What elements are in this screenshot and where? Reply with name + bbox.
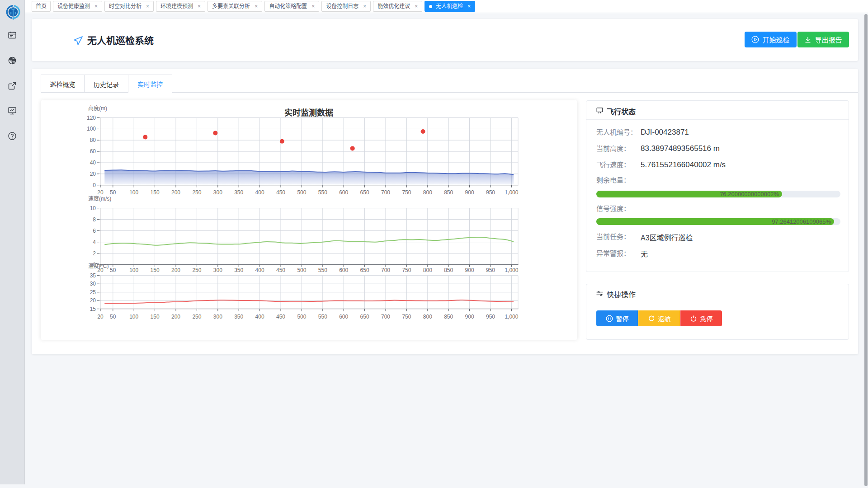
svg-text:900: 900 (465, 314, 474, 320)
svg-text:4: 4 (93, 239, 96, 245)
svg-text:8: 8 (93, 216, 96, 223)
svg-text:实时监测数据: 实时监测数据 (284, 108, 333, 117)
svg-text:100: 100 (129, 189, 138, 196)
svg-text:40: 40 (90, 160, 96, 166)
svg-text:850: 850 (444, 267, 453, 273)
svg-text:550: 550 (318, 189, 327, 196)
svg-text:2: 2 (93, 250, 96, 257)
svg-text:35: 35 (90, 272, 96, 279)
svg-text:850: 850 (444, 314, 453, 320)
svg-text:500: 500 (297, 314, 306, 320)
svg-text:750: 750 (402, 189, 411, 196)
svg-text:850: 850 (444, 189, 453, 196)
svg-text:20: 20 (90, 297, 96, 304)
svg-text:15: 15 (90, 306, 96, 312)
svg-text:750: 750 (402, 314, 411, 320)
svg-text:700: 700 (381, 314, 390, 320)
svg-text:900: 900 (465, 189, 474, 196)
svg-text:250: 250 (192, 314, 201, 320)
svg-text:250: 250 (192, 189, 201, 196)
svg-text:550: 550 (318, 314, 327, 320)
svg-text:400: 400 (255, 314, 264, 320)
svg-text:700: 700 (381, 267, 390, 273)
svg-text:速度(m/s): 速度(m/s) (88, 195, 111, 202)
svg-text:600: 600 (339, 314, 348, 320)
svg-text:200: 200 (171, 189, 180, 196)
svg-text:950: 950 (486, 314, 495, 320)
svg-text:10: 10 (90, 205, 96, 211)
svg-text:0: 0 (93, 182, 96, 188)
svg-text:25: 25 (90, 289, 96, 296)
svg-text:650: 650 (360, 267, 369, 273)
svg-text:550: 550 (318, 267, 327, 273)
svg-text:400: 400 (255, 189, 264, 196)
svg-text:50: 50 (110, 267, 116, 273)
svg-text:1,000: 1,000 (505, 189, 518, 196)
svg-text:50: 50 (110, 189, 116, 196)
svg-text:900: 900 (465, 267, 474, 273)
svg-text:450: 450 (276, 267, 285, 273)
svg-text:30: 30 (90, 281, 96, 287)
svg-text:950: 950 (486, 189, 495, 196)
svg-text:800: 800 (423, 314, 432, 320)
svg-text:300: 300 (213, 267, 222, 273)
svg-text:100: 100 (87, 126, 96, 132)
svg-text:650: 650 (360, 314, 369, 320)
svg-text:300: 300 (213, 314, 222, 320)
svg-text:高度(m): 高度(m) (88, 105, 107, 112)
svg-text:350: 350 (234, 189, 243, 196)
svg-text:800: 800 (423, 267, 432, 273)
svg-text:20: 20 (97, 189, 104, 196)
svg-text:600: 600 (339, 267, 348, 273)
svg-text:100: 100 (129, 267, 138, 273)
svg-text:120: 120 (87, 115, 96, 121)
svg-text:500: 500 (297, 189, 306, 196)
svg-text:60: 60 (90, 148, 96, 155)
svg-text:150: 150 (151, 267, 160, 273)
svg-text:80: 80 (90, 137, 96, 143)
svg-text:1,000: 1,000 (505, 314, 518, 320)
svg-text:450: 450 (276, 189, 285, 196)
svg-text:400: 400 (255, 267, 264, 273)
svg-text:350: 350 (234, 267, 243, 273)
svg-text:250: 250 (192, 267, 201, 273)
svg-text:750: 750 (402, 267, 411, 273)
svg-text:500: 500 (297, 267, 306, 273)
svg-text:450: 450 (276, 314, 285, 320)
svg-text:200: 200 (171, 314, 180, 320)
svg-text:700: 700 (381, 189, 390, 196)
svg-text:6: 6 (93, 228, 96, 234)
svg-text:650: 650 (360, 189, 369, 196)
svg-text:20: 20 (97, 314, 104, 320)
svg-text:20: 20 (90, 171, 96, 177)
svg-text:300: 300 (213, 189, 222, 196)
svg-text:350: 350 (234, 314, 243, 320)
svg-text:150: 150 (151, 189, 160, 196)
svg-text:温度(°C): 温度(°C) (88, 263, 108, 269)
svg-text:950: 950 (486, 267, 495, 273)
svg-text:100: 100 (129, 314, 138, 320)
svg-text:150: 150 (151, 314, 160, 320)
svg-text:800: 800 (423, 189, 432, 196)
svg-text:1,000: 1,000 (505, 267, 518, 273)
svg-text:200: 200 (171, 267, 180, 273)
svg-text:600: 600 (339, 189, 348, 196)
svg-text:50: 50 (110, 314, 116, 320)
